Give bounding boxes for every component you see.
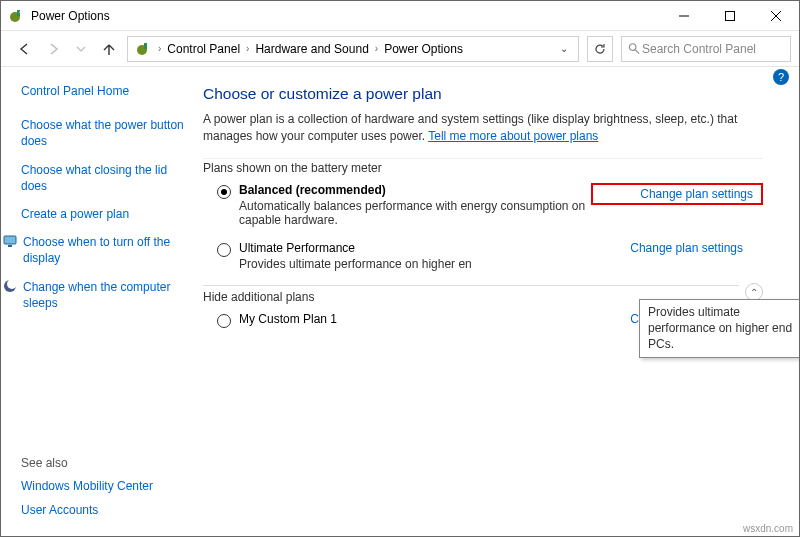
recent-dropdown[interactable] xyxy=(71,39,91,59)
window-title: Power Options xyxy=(31,9,661,23)
breadcrumb-item[interactable]: Hardware and Sound xyxy=(251,42,372,56)
see-also-label: See also xyxy=(21,456,185,470)
navbar: › Control Panel › Hardware and Sound › P… xyxy=(1,31,799,67)
sidebar-item[interactable]: Choose what the power button does xyxy=(21,117,185,149)
plan-description: Automatically balances performance with … xyxy=(239,199,591,227)
svg-rect-4 xyxy=(726,11,735,20)
sidebar-item[interactable]: Change when the computer sleeps xyxy=(3,279,185,311)
monitor-icon xyxy=(3,234,17,248)
up-button[interactable] xyxy=(99,39,119,59)
breadcrumb-item[interactable]: Control Panel xyxy=(163,42,244,56)
sidebar-item[interactable]: Create a power plan xyxy=(21,206,185,222)
svg-rect-11 xyxy=(4,236,16,244)
plan-description: Provides ultimate performance on higher … xyxy=(239,257,622,271)
breadcrumb-item[interactable]: Power Options xyxy=(380,42,467,56)
change-plan-link[interactable]: Change plan settings xyxy=(640,187,753,201)
chevron-right-icon: › xyxy=(156,43,163,54)
plan-name[interactable]: Balanced (recommended) xyxy=(239,183,591,197)
learn-more-link[interactable]: Tell me more about power plans xyxy=(428,129,598,143)
svg-rect-1 xyxy=(17,10,20,16)
main-panel: Choose or customize a power plan A power… xyxy=(191,67,799,536)
plan-name[interactable]: Ultimate Performance xyxy=(239,241,622,255)
watermark: wsxdn.com xyxy=(743,523,793,534)
sidebar-item[interactable]: Choose when to turn off the display xyxy=(3,234,185,266)
window: Power Options › Control Panel › Hardware… xyxy=(0,0,800,537)
svg-rect-12 xyxy=(8,245,12,247)
svg-point-2 xyxy=(19,10,22,13)
page-description: A power plan is a collection of hardware… xyxy=(203,111,763,146)
minimize-button[interactable] xyxy=(661,1,707,31)
tooltip: Provides ultimate performance on higher … xyxy=(639,299,800,358)
location-icon xyxy=(136,41,152,57)
plan-radio[interactable] xyxy=(217,185,231,199)
plan-radio[interactable] xyxy=(217,243,231,257)
svg-point-9 xyxy=(629,44,636,51)
see-also-item[interactable]: Windows Mobility Center xyxy=(21,478,185,494)
plan-row: Ultimate Performance Provides ultimate p… xyxy=(203,235,763,279)
refresh-button[interactable] xyxy=(587,36,613,62)
svg-rect-8 xyxy=(144,43,147,49)
sidebar-home[interactable]: Control Panel Home xyxy=(21,83,185,99)
chevron-right-icon: › xyxy=(373,43,380,54)
plan-row: Balanced (recommended) Automatically bal… xyxy=(203,177,763,235)
svg-point-14 xyxy=(7,279,17,289)
sidebar-item-label: Choose when to turn off the display xyxy=(23,234,185,266)
chevron-down-icon[interactable]: ⌄ xyxy=(560,43,574,54)
sidebar: Control Panel Home Choose what the power… xyxy=(1,67,191,536)
search-input[interactable] xyxy=(640,41,784,57)
content-body: Control Panel Home Choose what the power… xyxy=(1,67,799,536)
chevron-right-icon: › xyxy=(244,43,251,54)
see-also-item[interactable]: User Accounts xyxy=(21,502,185,518)
search-icon xyxy=(628,42,640,55)
maximize-button[interactable] xyxy=(707,1,753,31)
titlebar: Power Options xyxy=(1,1,799,31)
back-button[interactable] xyxy=(15,39,35,59)
page-heading: Choose or customize a power plan xyxy=(203,85,763,103)
moon-icon xyxy=(3,279,17,293)
highlight-box: Change plan settings xyxy=(591,183,763,205)
change-plan-link[interactable]: Change plan settings xyxy=(630,241,743,255)
sidebar-item-label: Change when the computer sleeps xyxy=(23,279,185,311)
plan-radio[interactable] xyxy=(217,314,231,328)
section-shown-label: Plans shown on the battery meter xyxy=(203,158,763,175)
close-button[interactable] xyxy=(753,1,799,31)
plan-name[interactable]: My Custom Plan 1 xyxy=(239,312,622,326)
forward-button[interactable] xyxy=(43,39,63,59)
sidebar-item[interactable]: Choose what closing the lid does xyxy=(21,162,185,194)
app-icon xyxy=(9,8,25,24)
search-box[interactable] xyxy=(621,36,791,62)
window-controls xyxy=(661,1,799,31)
svg-line-10 xyxy=(635,50,639,54)
address-bar[interactable]: › Control Panel › Hardware and Sound › P… xyxy=(127,36,579,62)
